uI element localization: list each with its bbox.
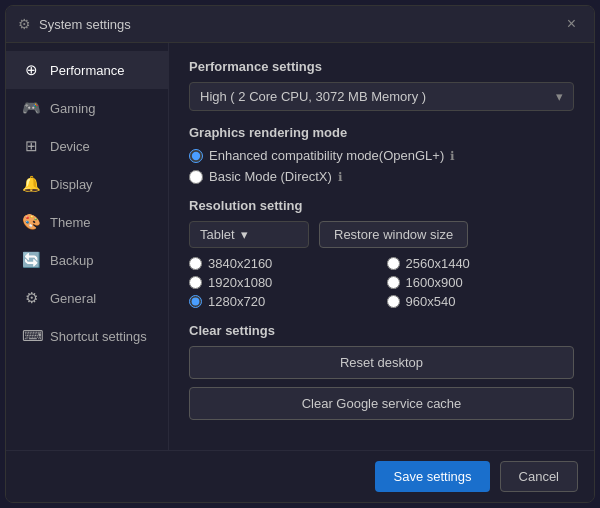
res-option-1920: 1920x1080 bbox=[189, 275, 377, 290]
radio-3840[interactable] bbox=[189, 257, 202, 270]
resolution-dropdown-value: Tablet bbox=[200, 227, 235, 242]
sidebar-item-general[interactable]: ⚙ General bbox=[6, 279, 168, 317]
dialog-title: System settings bbox=[39, 17, 131, 32]
display-icon: 🔔 bbox=[22, 175, 40, 193]
system-settings-dialog: ⚙ System settings × ⊕ Performance 🎮 Gami… bbox=[5, 5, 595, 503]
res-label-1920: 1920x1080 bbox=[208, 275, 272, 290]
sidebar-item-theme[interactable]: 🎨 Theme bbox=[6, 203, 168, 241]
radio-enhanced-row: Enhanced compatibility mode(OpenGL+) ℹ bbox=[189, 148, 574, 163]
radio-basic-row: Basic Mode (DirectX) ℹ bbox=[189, 169, 574, 184]
res-label-1280: 1280x720 bbox=[208, 294, 265, 309]
res-label-3840: 3840x2160 bbox=[208, 256, 272, 271]
res-option-2560: 2560x1440 bbox=[387, 256, 575, 271]
sidebar-item-label: Theme bbox=[50, 215, 90, 230]
info-icon-enhanced[interactable]: ℹ bbox=[450, 149, 455, 163]
res-option-960: 960x540 bbox=[387, 294, 575, 309]
radio-basic[interactable] bbox=[189, 170, 203, 184]
sidebar-item-backup[interactable]: 🔄 Backup bbox=[6, 241, 168, 279]
radio-basic-label: Basic Mode (DirectX) bbox=[209, 169, 332, 184]
cancel-button[interactable]: Cancel bbox=[500, 461, 578, 492]
performance-dropdown[interactable]: High ( 2 Core CPU, 3072 MB Memory ) ▾ bbox=[189, 82, 574, 111]
backup-icon: 🔄 bbox=[22, 251, 40, 269]
main-content: Performance settings High ( 2 Core CPU, … bbox=[169, 43, 594, 450]
shortcut-icon: ⌨ bbox=[22, 327, 40, 345]
resolution-dropdown[interactable]: Tablet ▾ bbox=[189, 221, 309, 248]
sidebar-item-performance[interactable]: ⊕ Performance bbox=[6, 51, 168, 89]
sidebar-item-label: Gaming bbox=[50, 101, 96, 116]
info-icon-basic[interactable]: ℹ bbox=[338, 170, 343, 184]
sidebar-item-shortcut[interactable]: ⌨ Shortcut settings bbox=[6, 317, 168, 355]
sidebar-item-gaming[interactable]: 🎮 Gaming bbox=[6, 89, 168, 127]
clear-section: Clear settings Reset desktop Clear Googl… bbox=[189, 323, 574, 428]
sidebar-item-label: General bbox=[50, 291, 96, 306]
sidebar-item-label: Shortcut settings bbox=[50, 329, 147, 344]
performance-icon: ⊕ bbox=[22, 61, 40, 79]
res-label-2560: 2560x1440 bbox=[406, 256, 470, 271]
res-label-1600: 1600x900 bbox=[406, 275, 463, 290]
restore-window-size-button[interactable]: Restore window size bbox=[319, 221, 468, 248]
sidebar: ⊕ Performance 🎮 Gaming ⊞ Device 🔔 Displa… bbox=[6, 43, 169, 450]
dropdown-arrow-icon: ▾ bbox=[556, 89, 563, 104]
sidebar-item-label: Device bbox=[50, 139, 90, 154]
sidebar-item-label: Backup bbox=[50, 253, 93, 268]
resolution-grid: 3840x2160 2560x1440 1920x1080 1600x900 1… bbox=[189, 256, 574, 309]
sidebar-item-label: Performance bbox=[50, 63, 124, 78]
resolution-section-title: Resolution setting bbox=[189, 198, 574, 213]
close-button[interactable]: × bbox=[561, 14, 582, 34]
radio-enhanced-label: Enhanced compatibility mode(OpenGL+) bbox=[209, 148, 444, 163]
res-option-1600: 1600x900 bbox=[387, 275, 575, 290]
radio-2560[interactable] bbox=[387, 257, 400, 270]
res-option-1280: 1280x720 bbox=[189, 294, 377, 309]
resolution-dropdown-arrow: ▾ bbox=[241, 227, 248, 242]
performance-dropdown-value: High ( 2 Core CPU, 3072 MB Memory ) bbox=[200, 89, 426, 104]
title-bar: ⚙ System settings × bbox=[6, 6, 594, 43]
reset-desktop-button[interactable]: Reset desktop bbox=[189, 346, 574, 379]
device-icon: ⊞ bbox=[22, 137, 40, 155]
radio-1920[interactable] bbox=[189, 276, 202, 289]
radio-960[interactable] bbox=[387, 295, 400, 308]
clear-google-cache-button[interactable]: Clear Google service cache bbox=[189, 387, 574, 420]
performance-section-title: Performance settings bbox=[189, 59, 574, 74]
save-settings-button[interactable]: Save settings bbox=[375, 461, 489, 492]
content-area: ⊕ Performance 🎮 Gaming ⊞ Device 🔔 Displa… bbox=[6, 43, 594, 450]
general-icon: ⚙ bbox=[22, 289, 40, 307]
radio-1280[interactable] bbox=[189, 295, 202, 308]
radio-enhanced[interactable] bbox=[189, 149, 203, 163]
clear-section-title: Clear settings bbox=[189, 323, 574, 338]
gear-icon: ⚙ bbox=[18, 16, 31, 32]
title-bar-left: ⚙ System settings bbox=[18, 16, 131, 32]
sidebar-item-label: Display bbox=[50, 177, 93, 192]
res-option-3840: 3840x2160 bbox=[189, 256, 377, 271]
dialog-footer: Save settings Cancel bbox=[6, 450, 594, 502]
theme-icon: 🎨 bbox=[22, 213, 40, 231]
radio-1600[interactable] bbox=[387, 276, 400, 289]
gaming-icon: 🎮 bbox=[22, 99, 40, 117]
resolution-row: Tablet ▾ Restore window size bbox=[189, 221, 574, 248]
sidebar-item-device[interactable]: ⊞ Device bbox=[6, 127, 168, 165]
graphics-section: Graphics rendering mode Enhanced compati… bbox=[189, 125, 574, 184]
graphics-section-title: Graphics rendering mode bbox=[189, 125, 574, 140]
res-label-960: 960x540 bbox=[406, 294, 456, 309]
sidebar-item-display[interactable]: 🔔 Display bbox=[6, 165, 168, 203]
